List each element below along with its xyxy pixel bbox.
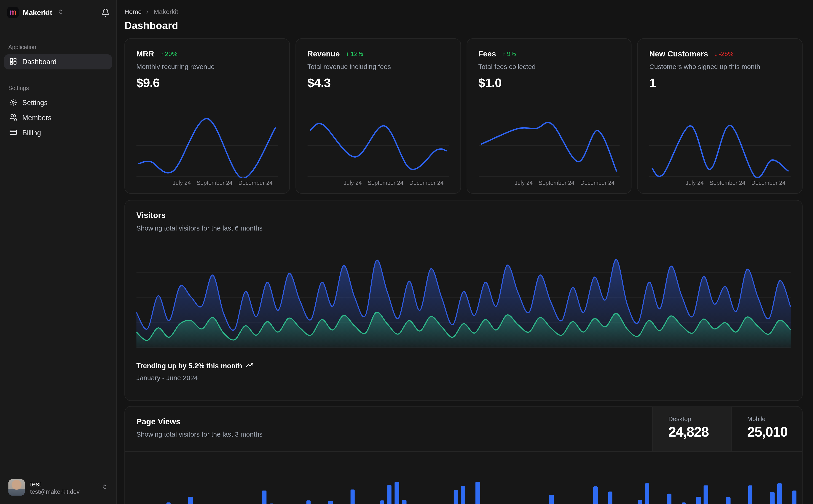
page-views-bar [608,492,613,504]
page-views-subtitle: Showing total visitors for the last 3 mo… [136,430,641,438]
stat-subtitle: Monthly recurring revenue [136,63,278,70]
nav-group-settings: Settings [0,85,116,91]
stat-card-fees: Fees ↑9% Total fees collected $1.0 July … [466,38,632,194]
page-views-bar [262,491,267,504]
users-icon [9,113,17,122]
mobile-value: 25,010 [747,424,802,440]
page-views-bar [593,486,598,504]
nav-group-application: Application [0,44,116,50]
breadcrumb-home-link[interactable]: Home [124,8,142,16]
page-views-bar [402,500,406,504]
stat-value: $9.6 [136,76,278,90]
page-views-bar [645,483,649,504]
visitors-card: Visitors Showing total visitors for the … [124,200,803,401]
page-views-bar [188,497,193,504]
app-window: m Makerkit Application Dashboard Setting… [0,0,813,504]
sidebar-item-label: Dashboard [22,58,56,66]
sidebar-item-label: Members [22,114,51,122]
arrow-up-icon: ↑ [346,50,349,57]
stat-title: Fees [478,49,496,58]
stat-subtitle: Total revenue including fees [307,63,449,70]
breadcrumb: Home Makerkit [124,8,803,16]
page-views-bar [726,497,730,504]
stat-value: 1 [649,76,791,90]
stat-subtitle: Total fees collected [478,63,620,70]
page-views-bar [350,490,355,504]
x-axis-labels: July 24September 24December 24 [478,178,620,186]
stat-delta-badge: ↑12% [346,50,363,57]
stat-delta-badge: ↑9% [502,50,516,57]
page-views-bar [696,497,701,504]
stat-card-mrr: MRR ↑20% Monthly recurring revenue $9.6 … [124,38,290,194]
page-views-bar [453,490,458,504]
workspace-name: Makerkit [23,8,52,16]
sidebar-item-members[interactable]: Members [4,110,112,125]
toggle-desktop[interactable]: Desktop 24,828 [652,407,731,451]
arrow-down-icon: ↓ [714,50,717,57]
visitors-period: January - June 2024 [136,374,791,382]
page-views-bar [395,482,399,504]
main-content: Home Makerkit Dashboard MRR ↑20% Monthly… [117,0,813,504]
stat-delta-badge: ↓-25% [714,50,733,57]
arrow-up-icon: ↑ [502,50,505,57]
sidebar-item-label: Settings [22,99,48,107]
breadcrumb-current: Makerkit [154,8,178,16]
stat-subtitle: Customers who signed up this month [649,63,791,70]
page-views-card: Page Views Showing total visitors for th… [124,406,803,504]
user-menu[interactable]: test test@makerkit.dev [4,475,112,500]
page-views-bar [682,502,686,504]
credit-card-icon [9,128,17,138]
gear-icon [9,98,17,108]
sidebar-item-settings[interactable]: Settings [4,95,112,110]
page-views-bar [792,491,797,504]
chevrons-up-down-icon [101,483,108,492]
stat-title: New Customers [649,49,708,58]
sidebar-item-dashboard[interactable]: Dashboard [4,54,112,69]
user-email: test@makerkit.dev [30,488,79,495]
mrr-sparkline-chart [136,106,278,178]
visitors-area-chart [136,242,791,349]
stat-title: MRR [136,49,154,58]
stat-title: Revenue [307,49,340,58]
new-customers-sparkline-chart [649,106,791,178]
page-views-bar [667,494,672,504]
x-axis-labels: July 24September 24December 24 [307,178,449,186]
stat-card-revenue: Revenue ↑12% Total revenue including fee… [296,38,461,194]
chevron-right-icon [145,9,150,15]
fees-sparkline-chart [478,106,620,178]
makerkit-logo: m [7,7,19,18]
stat-delta-badge: ↑20% [160,50,177,57]
sidebar-item-label: Billing [22,129,41,137]
bell-icon[interactable] [101,8,110,17]
page-views-bar [475,482,480,504]
page-views-bar [549,495,553,504]
user-name: test [30,480,79,488]
page-views-bar [770,492,774,504]
page-views-bar [306,500,311,504]
page-views-bar-chart [136,452,791,504]
visitors-title: Visitors [136,211,791,220]
dashboard-icon [9,57,17,67]
toggle-mobile[interactable]: Mobile 25,010 [731,407,802,451]
page-views-bar [166,502,170,504]
page-views-bar [777,483,782,504]
page-title: Dashboard [124,20,803,32]
sidebar-item-billing[interactable]: Billing [4,125,112,141]
page-views-title: Page Views [136,417,641,426]
stat-value: $4.3 [307,76,449,90]
stat-cards-row: MRR ↑20% Monthly recurring revenue $9.6 … [124,38,803,194]
page-views-bar [387,485,392,504]
workspace-switcher[interactable]: m Makerkit [0,0,116,18]
page-views-bar [461,486,465,504]
sidebar: m Makerkit Application Dashboard Setting… [0,0,117,504]
page-views-bar [704,485,708,504]
x-axis-labels: July 24September 24December 24 [649,178,791,186]
page-views-bar [638,500,642,504]
page-views-bar [328,501,333,504]
mobile-label: Mobile [747,415,802,423]
trending-up-icon [246,361,254,370]
revenue-sparkline-chart [307,106,449,178]
page-views-bar [748,485,752,504]
desktop-label: Desktop [668,415,731,423]
chevrons-up-down-icon [57,8,64,17]
